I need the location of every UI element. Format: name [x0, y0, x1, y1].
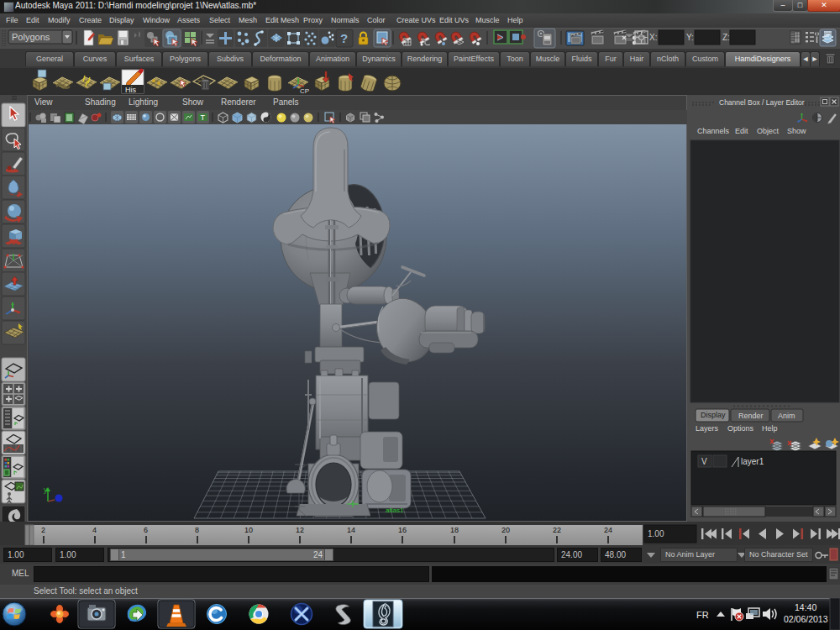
svg-text:14:40: 14:40 [795, 602, 816, 612]
svg-text:Y:: Y: [686, 33, 694, 42]
svg-text:12: 12 [296, 526, 304, 534]
svg-text:V: V [701, 457, 707, 466]
svg-text:atlas1: atlas1 [386, 507, 404, 514]
svg-text:Polygons: Polygons [12, 32, 50, 42]
svg-text:Render: Render [738, 412, 764, 420]
svg-text:T: T [201, 113, 206, 122]
svg-text:X:: X: [649, 33, 657, 42]
svg-text:2: 2 [41, 526, 45, 534]
svg-text:10: 10 [244, 526, 253, 534]
svg-text:8: 8 [195, 526, 199, 534]
svg-text:16: 16 [398, 526, 407, 534]
svg-text:?: ? [340, 31, 348, 45]
svg-text:Object: Object [757, 127, 780, 135]
svg-text:6: 6 [144, 526, 148, 534]
svg-text:Options: Options [727, 424, 754, 433]
svg-text:Channels: Channels [697, 127, 730, 135]
svg-text:Layers: Layers [696, 424, 719, 433]
svg-text:Z:: Z: [722, 33, 730, 42]
svg-text:02/06/2013: 02/06/2013 [784, 614, 828, 624]
svg-text:4: 4 [92, 526, 97, 534]
svg-text:Anim: Anim [778, 412, 795, 420]
svg-text:His: His [125, 86, 136, 94]
svg-text:y: y [44, 486, 48, 494]
svg-text:layer1: layer1 [741, 457, 764, 466]
svg-text:Edit: Edit [735, 127, 748, 135]
svg-text:18: 18 [450, 526, 459, 534]
svg-text:1.00: 1.00 [648, 529, 664, 538]
svg-text:FR: FR [696, 610, 709, 620]
svg-text:20: 20 [501, 526, 510, 534]
svg-text:Help: Help [762, 424, 778, 433]
svg-text:Display: Display [701, 411, 726, 419]
svg-text:Show: Show [787, 127, 806, 135]
svg-text:24: 24 [604, 526, 612, 534]
svg-text:22: 22 [553, 526, 561, 534]
svg-text:14: 14 [347, 526, 355, 534]
svg-text:CP: CP [300, 87, 309, 95]
